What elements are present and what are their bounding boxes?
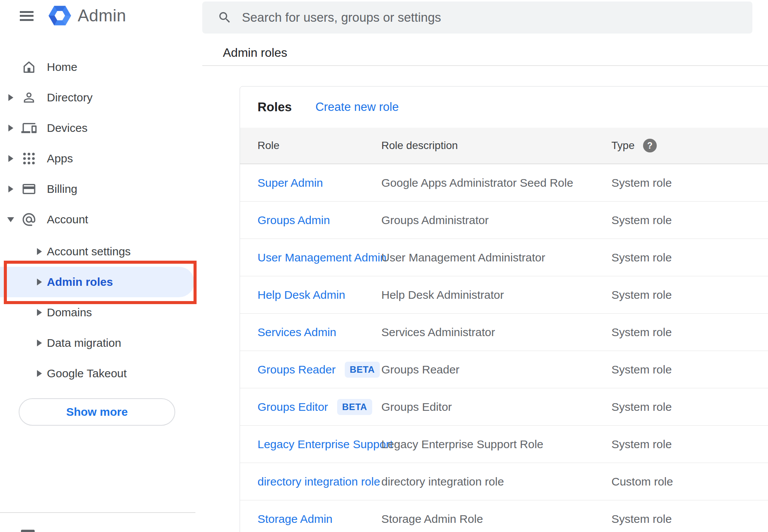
sidebar-item-label: Account bbox=[47, 213, 88, 226]
sidebar-subitem-label: Data migration bbox=[47, 337, 121, 349]
role-type: System role bbox=[611, 214, 768, 227]
table-row: Groups Editor BETA Groups Editor System … bbox=[240, 388, 768, 426]
search-input[interactable] bbox=[241, 10, 700, 25]
roles-title: Roles bbox=[258, 100, 292, 114]
sidebar-account-subnav: Account settings Admin roles Domains Dat… bbox=[0, 236, 195, 389]
breadcrumb: Admin roles bbox=[223, 46, 287, 60]
apps-grid-icon bbox=[21, 151, 37, 166]
sidebar-subitem-account-settings[interactable]: Account settings bbox=[0, 236, 195, 267]
role-link[interactable]: Groups Admin bbox=[258, 214, 330, 227]
content-divider bbox=[202, 65, 768, 66]
role-description: Groups Administrator bbox=[381, 214, 611, 227]
role-description: Storage Admin Role bbox=[381, 513, 611, 526]
role-description: Services Administrator bbox=[381, 326, 611, 339]
column-header-type: Type bbox=[611, 139, 635, 152]
roles-table-header: Role Role description Type ? bbox=[240, 128, 768, 164]
at-sign-icon bbox=[21, 212, 37, 227]
sidebar: Admin Home Directory Devices Apps Billin… bbox=[0, 0, 195, 532]
chevron-down-icon bbox=[7, 217, 14, 222]
sidebar-item-account[interactable]: Account bbox=[0, 204, 195, 235]
show-more-button[interactable]: Show more bbox=[19, 398, 175, 426]
table-row: Legacy Enterprise Support Legacy Enterpr… bbox=[240, 426, 768, 463]
role-type: System role bbox=[611, 438, 768, 451]
role-description: directory integration role bbox=[381, 475, 611, 488]
search-icon[interactable] bbox=[218, 10, 232, 25]
role-type: System role bbox=[611, 401, 768, 413]
role-link[interactable]: Legacy Enterprise Support bbox=[258, 438, 393, 451]
sidebar-subitem-label: Account settings bbox=[47, 245, 131, 258]
table-row: Services Admin Services Administrator Sy… bbox=[240, 314, 768, 351]
sidebar-subitem-admin-roles[interactable]: Admin roles bbox=[0, 267, 194, 297]
google-admin-console: Admin Home Directory Devices Apps Billin… bbox=[0, 0, 768, 532]
role-link[interactable]: Groups Reader bbox=[258, 363, 336, 376]
column-header-description: Role description bbox=[381, 139, 611, 152]
role-type: System role bbox=[611, 176, 768, 189]
table-row: Super Admin Google Apps Administrator Se… bbox=[240, 164, 768, 202]
sidebar-subitem-google-takeout[interactable]: Google Takeout bbox=[0, 358, 195, 389]
chevron-right-icon bbox=[37, 340, 42, 346]
chevron-right-icon bbox=[8, 94, 13, 101]
sidebar-subitem-label: Google Takeout bbox=[47, 367, 127, 380]
roles-card: Roles Create new role Role Role descript… bbox=[240, 86, 768, 532]
chevron-right-icon bbox=[8, 186, 13, 192]
role-description: Groups Reader bbox=[381, 363, 611, 376]
column-header-role: Role bbox=[240, 139, 381, 152]
sidebar-subitem-label: Admin roles bbox=[47, 276, 113, 288]
role-link[interactable]: directory integration role bbox=[258, 475, 380, 488]
partial-bottom-icon bbox=[21, 530, 35, 532]
chevron-right-icon bbox=[37, 248, 42, 255]
table-row: Groups Reader BETA Groups Reader System … bbox=[240, 351, 768, 388]
table-row: Storage Admin Storage Admin Role System … bbox=[240, 500, 768, 532]
search-bar[interactable] bbox=[202, 2, 752, 34]
chevron-right-icon bbox=[8, 155, 13, 162]
sidebar-item-label: Apps bbox=[47, 152, 73, 165]
role-link[interactable]: Groups Editor bbox=[258, 401, 328, 413]
sidebar-item-apps[interactable]: Apps bbox=[0, 143, 195, 174]
admin-logo-hexagon-icon bbox=[48, 5, 72, 26]
home-icon bbox=[21, 59, 37, 75]
sidebar-item-home[interactable]: Home bbox=[0, 52, 195, 82]
billing-card-icon bbox=[21, 181, 37, 197]
role-description: Google Apps Administrator Seed Role bbox=[381, 176, 611, 189]
role-description: Legacy Enterprise Support Role bbox=[381, 438, 611, 451]
sidebar-subitem-domains[interactable]: Domains bbox=[0, 297, 195, 328]
role-description: Groups Editor bbox=[381, 401, 611, 413]
create-new-role-link[interactable]: Create new role bbox=[315, 100, 399, 114]
sidebar-item-billing[interactable]: Billing bbox=[0, 174, 195, 204]
role-type: System role bbox=[611, 363, 768, 376]
devices-icon bbox=[21, 120, 37, 136]
sidebar-item-label: Devices bbox=[47, 122, 88, 135]
chevron-right-icon bbox=[8, 125, 13, 131]
role-description: Help Desk Administrator bbox=[381, 288, 611, 301]
roles-table-body: Super Admin Google Apps Administrator Se… bbox=[240, 164, 768, 532]
role-type: System role bbox=[611, 288, 768, 301]
sidebar-subitem-label: Domains bbox=[47, 306, 92, 319]
chevron-right-icon bbox=[37, 309, 42, 316]
role-type: System role bbox=[611, 326, 768, 339]
sidebar-item-label: Directory bbox=[47, 91, 93, 104]
sidebar-divider bbox=[0, 512, 195, 513]
role-link[interactable]: Help Desk Admin bbox=[258, 288, 345, 301]
role-description: User Management Administrator bbox=[381, 251, 611, 264]
role-link[interactable]: Services Admin bbox=[258, 326, 336, 339]
beta-badge: BETA bbox=[337, 399, 372, 415]
roles-card-header: Roles Create new role bbox=[240, 87, 768, 128]
table-row: Groups Admin Groups Administrator System… bbox=[240, 202, 768, 239]
sidebar-item-directory[interactable]: Directory bbox=[0, 82, 195, 113]
table-row: Help Desk Admin Help Desk Administrator … bbox=[240, 276, 768, 314]
help-icon[interactable]: ? bbox=[643, 139, 657, 152]
beta-badge: BETA bbox=[345, 362, 380, 378]
role-link[interactable]: Super Admin bbox=[258, 176, 323, 189]
role-type: System role bbox=[611, 251, 768, 264]
role-type: Custom role bbox=[611, 475, 768, 488]
role-link[interactable]: Storage Admin bbox=[258, 513, 333, 526]
sidebar-item-devices[interactable]: Devices bbox=[0, 113, 195, 143]
chevron-right-icon bbox=[37, 370, 42, 377]
app-title: Admin bbox=[78, 6, 126, 25]
sidebar-item-label: Billing bbox=[47, 183, 77, 195]
person-icon bbox=[21, 90, 37, 105]
admin-logo: Admin bbox=[48, 5, 126, 26]
sidebar-subitem-data-migration[interactable]: Data migration bbox=[0, 328, 195, 358]
role-link[interactable]: User Management Admin bbox=[258, 251, 387, 264]
menu-icon[interactable] bbox=[20, 11, 34, 21]
